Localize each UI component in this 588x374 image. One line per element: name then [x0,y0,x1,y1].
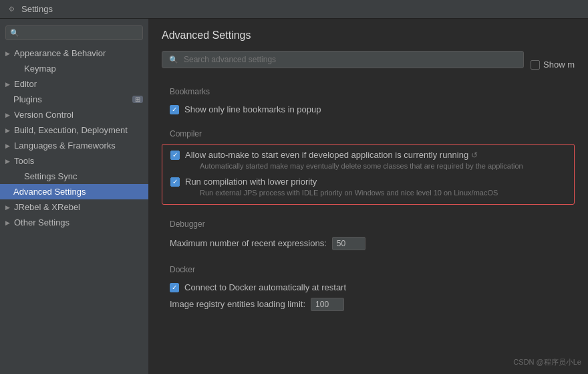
setting-text-show-only-line-bookmarks: Show only line bookmarks in popup [184,104,321,114]
arrow-icon: ▶ [5,81,10,88]
show-modified-area: Show m [531,60,575,70]
setting-label-image-registry-entities: Image registry entities loading limit: [170,299,305,309]
panel-search-input[interactable] [184,55,517,64]
main-panel: Advanced Settings 🔍 Show m BookmarksShow… [148,19,588,374]
compiler-section-highlighted: Allow auto-make to start even if develop… [162,144,575,205]
sidebar-item-label: Plugins [13,94,42,104]
section-label-compiler: Compiler [162,129,575,138]
sidebar-item-label: Tools [14,156,34,166]
arrow-icon: ▶ [5,158,10,165]
title-bar-title: Settings [21,4,53,14]
checkbox-connect-docker-restart[interactable] [170,283,179,292]
sidebar-item-label: Appearance & Behavior [14,48,106,58]
setting-text-connect-docker-restart: Connect to Docker automatically at resta… [184,282,346,292]
setting-description-run-compilation-lower-priority: Run external JPS process with IDLE prior… [200,188,498,198]
sidebar-item-jrebel[interactable]: ▶JRebel & XRebel [0,199,148,215]
setting-row-max-recent-expressions: Maximum number of recent expressions: [162,234,575,253]
sidebar-item-label: Version Control [14,110,74,120]
setting-row-allow-auto-make: Allow auto-make to start even if develop… [162,147,574,174]
sidebar-item-label: Other Settings [14,217,69,227]
sidebar-item-editor[interactable]: ▶Editor [0,76,148,92]
checkbox-allow-auto-make[interactable] [170,151,180,160]
watermark: CSDN @程序员小Le [513,357,581,367]
setting-row-image-registry-entities: Image registry entities loading limit: [162,295,575,314]
setting-row-connect-docker-restart: Connect to Docker automatically at resta… [162,280,575,295]
settings-icon: ⚙ [7,5,16,14]
setting-text-allow-auto-make: Allow auto-make to start even if develop… [185,150,468,160]
search-icon: 🔍 [10,29,19,37]
setting-text-run-compilation-lower-priority: Run compilation with lower priority [185,177,317,187]
sidebar-search[interactable]: 🔍 [5,25,143,40]
sidebar-item-keymap[interactable]: Keymap [0,61,148,76]
panel-search-icon: 🔍 [169,56,178,64]
show-modified-label: Show m [543,60,575,70]
arrow-icon: ▶ [5,50,10,57]
setting-label-max-recent-expressions: Maximum number of recent expressions: [170,238,327,248]
sidebar-item-badge: ⊞ [132,96,143,103]
checkbox-show-only-line-bookmarks[interactable] [170,105,179,114]
sidebar-item-plugins[interactable]: Plugins⊞ [0,92,148,107]
sidebar-item-advanced-settings[interactable]: Advanced Settings [0,184,148,199]
setting-row-show-only-line-bookmarks: Show only line bookmarks in popup [162,102,575,117]
sidebar-item-label: Advanced Settings [13,187,86,197]
sidebar-item-build-execution[interactable]: ▶Build, Execution, Deployment [0,122,148,138]
panel-search-bar[interactable]: 🔍 [162,51,524,68]
sidebar-item-languages-frameworks[interactable]: ▶Languages & Frameworks [0,138,148,153]
arrow-icon: ▶ [5,204,10,211]
section-label-docker: Docker [162,265,575,274]
sidebar-item-version-control[interactable]: ▶Version Control [0,107,148,122]
checkbox-run-compilation-lower-priority[interactable] [170,177,180,187]
sidebar-item-label: Languages & Frameworks [14,141,116,151]
arrow-icon: ▶ [5,127,10,134]
sidebar-item-appearance-behavior[interactable]: ▶Appearance & Behavior [0,45,148,61]
input-max-recent-expressions[interactable] [332,237,365,250]
sidebar-item-label: Build, Execution, Deployment [14,125,128,135]
arrow-icon: ▶ [5,112,10,118]
section-label-debugger: Debugger [162,219,575,229]
sidebar-item-label: Editor [14,79,37,89]
section-label-bookmarks: Bookmarks [162,87,575,96]
sidebar-item-tools[interactable]: ▶Tools [0,153,148,169]
panel-title: Advanced Settings [162,29,575,41]
sidebar-item-settings-sync[interactable]: Settings Sync [0,169,148,184]
sidebar-item-other-settings[interactable]: ▶Other Settings [0,215,148,230]
setting-row-run-compilation-lower-priority: Run compilation with lower priorityRun e… [162,174,574,201]
setting-description-allow-auto-make: Automatically started make may eventuall… [200,161,523,171]
input-image-registry-entities[interactable] [311,298,344,311]
arrow-icon: ▶ [5,219,10,226]
sidebar-item-label: Keymap [24,64,56,74]
sidebar: 🔍 ▶Appearance & BehaviorKeymap▶EditorPlu… [0,19,148,374]
help-icon-allow-auto-make[interactable]: ↺ [468,151,477,160]
sidebar-item-label: JRebel & XRebel [14,202,80,212]
sidebar-search-input[interactable] [23,28,138,37]
sidebar-item-label: Settings Sync [24,171,78,181]
show-modified-checkbox[interactable] [531,60,540,70]
arrow-icon: ▶ [5,143,10,149]
